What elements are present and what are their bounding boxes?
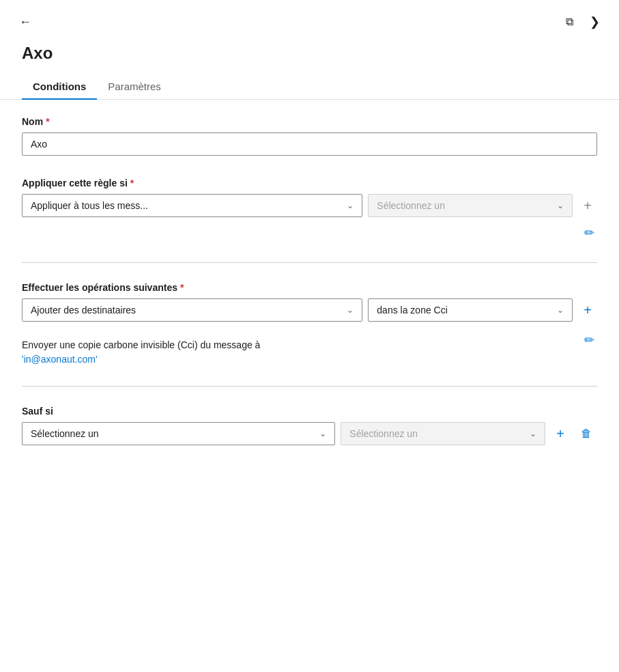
- appliquer-plus-icon: +: [584, 198, 592, 214]
- effectuer-dropdown2-chevron-icon: ⌄: [557, 305, 564, 315]
- forward-button[interactable]: ❯: [587, 12, 603, 32]
- appliquer-dropdown1-chevron-icon: ⌄: [347, 201, 354, 210]
- external-link-button[interactable]: ⧉: [563, 13, 576, 31]
- appliquer-dropdown2[interactable]: Sélectionnez un ⌄: [368, 194, 573, 217]
- effectuer-dropdown2[interactable]: dans la zone Cci ⌄: [368, 298, 573, 322]
- sauf-si-dropdown1[interactable]: Sélectionnez un ⌄: [22, 422, 335, 445]
- appliquer-plus-button[interactable]: +: [578, 195, 597, 216]
- tabs-container: Conditions Paramètres: [0, 74, 619, 100]
- nom-section: Nom *: [0, 100, 619, 172]
- appliquer-edit-button[interactable]: ✏: [581, 223, 597, 243]
- external-link-icon: ⧉: [566, 16, 573, 28]
- sauf-si-label: Sauf si: [22, 406, 597, 417]
- appliquer-section: Appliquer cette règle si * Appliquer à t…: [0, 172, 619, 260]
- effectuer-dropdown2-value: dans la zone Cci: [377, 305, 448, 316]
- sauf-si-section: Sauf si Sélectionnez un ⌄ Sélectionnez u…: [0, 389, 619, 462]
- sauf-si-row: Sélectionnez un ⌄ Sélectionnez un ⌄ + 🗑: [22, 422, 597, 445]
- back-icon: ←: [19, 15, 31, 29]
- pencil-icon: ✏: [584, 225, 594, 240]
- effectuer-section: Effectuer les opérations suivantes * Ajo…: [0, 266, 619, 383]
- appliquer-row: Appliquer à tous les mess... ⌄ Sélection…: [22, 194, 597, 217]
- email-link[interactable]: 'in@axonaut.com': [22, 354, 98, 365]
- effectuer-required-star: *: [180, 282, 184, 293]
- sauf-si-dropdown2-placeholder: Sélectionnez un: [349, 428, 418, 439]
- effectuer-plus-button[interactable]: +: [578, 300, 597, 321]
- appliquer-dropdown1-value: Appliquer à tous les mess...: [31, 200, 148, 211]
- nom-label: Nom *: [22, 116, 597, 127]
- sauf-si-delete-icon: 🗑: [581, 428, 592, 440]
- effectuer-dropdown1-value: Ajouter des destinataires: [31, 305, 136, 316]
- forward-icon: ❯: [590, 14, 600, 29]
- appliquer-required-star: *: [130, 178, 134, 188]
- effectuer-description: Envoyer une copie carbone invisible (Cci…: [22, 338, 260, 367]
- effectuer-pencil-icon: ✏: [584, 333, 594, 348]
- sauf-si-dropdown2[interactable]: Sélectionnez un ⌄: [341, 422, 545, 445]
- appliquer-dropdown2-placeholder: Sélectionnez un: [377, 200, 445, 211]
- tab-conditions[interactable]: Conditions: [22, 74, 97, 99]
- appliquer-dropdown1[interactable]: Appliquer à tous les mess... ⌄: [22, 194, 362, 217]
- tab-parametres[interactable]: Paramètres: [97, 74, 172, 99]
- effectuer-label: Effectuer les opérations suivantes *: [22, 282, 597, 293]
- top-bar-left: ←: [16, 12, 34, 32]
- sauf-si-dropdown1-chevron-icon: ⌄: [319, 429, 326, 438]
- effectuer-dropdown1[interactable]: Ajouter des destinataires ⌄: [22, 298, 362, 322]
- divider-2: [22, 386, 597, 387]
- sauf-si-delete-button[interactable]: 🗑: [575, 425, 597, 443]
- nom-required-star: *: [46, 116, 49, 127]
- sauf-si-dropdown1-placeholder: Sélectionnez un: [31, 428, 99, 439]
- sauf-si-dropdown2-chevron-icon: ⌄: [530, 429, 536, 438]
- appliquer-dropdown2-chevron-icon: ⌄: [557, 201, 564, 210]
- top-bar: ← ⧉ ❯: [0, 0, 619, 38]
- effectuer-description-row: Envoyer une copie carbone invisible (Cci…: [22, 330, 597, 367]
- appliquer-label: Appliquer cette règle si *: [22, 178, 597, 188]
- effectuer-plus-icon: +: [584, 303, 592, 318]
- sauf-si-plus-icon: +: [556, 426, 564, 442]
- effectuer-dropdown1-chevron-icon: ⌄: [347, 305, 354, 315]
- back-button[interactable]: ←: [16, 12, 34, 32]
- sauf-si-plus-button[interactable]: +: [551, 423, 570, 445]
- page-title: Axo: [0, 38, 619, 74]
- divider-1: [22, 262, 597, 263]
- appliquer-pencil-row: ✏: [22, 223, 597, 243]
- effectuer-row: Ajouter des destinataires ⌄ dans la zone…: [22, 298, 597, 322]
- effectuer-edit-button[interactable]: ✏: [581, 330, 597, 350]
- top-bar-right: ⧉ ❯: [563, 12, 603, 32]
- nom-input[interactable]: [22, 132, 597, 156]
